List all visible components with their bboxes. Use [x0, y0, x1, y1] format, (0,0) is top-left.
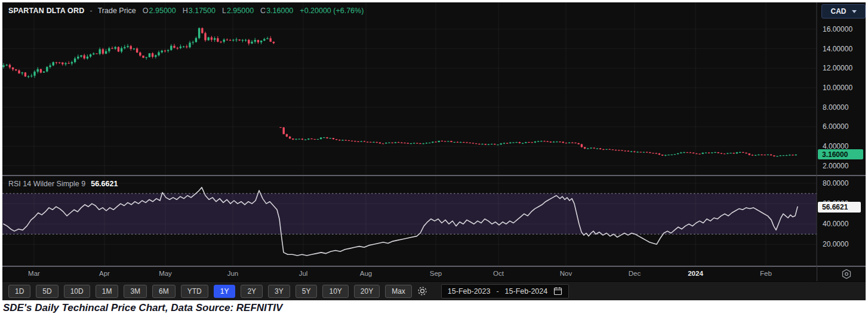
- chart-options-hex-icon[interactable]: [841, 268, 852, 282]
- price-tick-label: 6.00000: [823, 122, 848, 131]
- range-button-6m[interactable]: 6M: [152, 285, 176, 298]
- date-from: 15-Feb-2023: [448, 287, 491, 296]
- instrument-header: SPARTAN DLTA ORD - Trade Price O 2.95000…: [8, 7, 364, 15]
- range-button-1d[interactable]: 1D: [8, 285, 30, 298]
- range-button-1y[interactable]: 1Y: [214, 285, 236, 298]
- chart-settings-gear-icon[interactable]: [417, 285, 428, 297]
- date-range-separator: -: [496, 287, 498, 296]
- chart-panel: SPARTAN DLTA ORD - Trade Price O 2.95000…: [2, 2, 866, 300]
- axis-divider-line: [817, 267, 817, 281]
- ohlc-open: O 2.95000: [143, 7, 176, 15]
- currency-selector[interactable]: CAD: [821, 4, 866, 19]
- rsi-indicator-header: RSI 14 Wilder Simple 9 56.6621: [8, 180, 118, 188]
- date-to: 15-Feb-2024: [505, 287, 548, 296]
- price-tick-label: 16.00000: [823, 25, 852, 33]
- month-label-may: May: [159, 270, 172, 277]
- range-button-20y[interactable]: 20Y: [354, 285, 380, 298]
- price-tick-label: 2.00000: [823, 162, 848, 170]
- rsi-indicator-value: 56.6621: [91, 180, 118, 188]
- range-button-1m[interactable]: 1M: [96, 285, 119, 298]
- series-label: Trade Price: [98, 7, 136, 15]
- range-button-3y[interactable]: 3Y: [268, 285, 290, 298]
- range-button-ytd[interactable]: YTD: [181, 285, 208, 298]
- instrument-name: SPARTAN DLTA ORD: [8, 7, 85, 15]
- range-button-10y[interactable]: 10Y: [322, 285, 348, 298]
- rsi-tick-label: 20.0000: [823, 240, 848, 248]
- range-button-5d[interactable]: 5D: [36, 285, 58, 298]
- chart-caption: SDE's Daily Techincal Price Chart, Data …: [3, 302, 282, 314]
- calendar-icon: [553, 287, 562, 296]
- range-button-5y[interactable]: 5Y: [296, 285, 318, 298]
- price-change: +0.20000 (+6.76%): [300, 7, 364, 15]
- ohlc-close: C 3.16000: [260, 7, 293, 15]
- time-axis: MarAprMayJunJulAugSepOctNovDec2024Feb: [2, 267, 866, 281]
- price-tick-label: 10.00000: [823, 84, 852, 92]
- range-buttons: 1D5D10D1M3M6MYTD1Y2Y3Y5Y10Y20YMax: [8, 285, 412, 298]
- range-button-max[interactable]: Max: [385, 285, 412, 298]
- last-price-badge: 3.16000: [818, 149, 863, 159]
- price-tick-label: 12.00000: [823, 64, 852, 72]
- range-button-10d[interactable]: 10D: [64, 285, 90, 298]
- month-label-dec: Dec: [629, 270, 641, 277]
- month-label-jul: Jul: [299, 270, 308, 277]
- range-button-3m[interactable]: 3M: [124, 285, 147, 298]
- month-label-jun: Jun: [227, 270, 239, 277]
- month-label-apr: Apr: [99, 270, 110, 277]
- rsi-tick-label: 80.0000: [823, 179, 848, 187]
- currency-value: CAD: [831, 7, 847, 16]
- date-range-picker[interactable]: 15-Feb-2023 - 15-Feb-2024: [441, 284, 569, 298]
- rsi-indicator-label: RSI 14 Wilder Simple 9: [8, 180, 85, 188]
- ohlc-low: L 2.95000: [222, 7, 254, 15]
- range-toolbar: 1D5D10D1M3M6MYTD1Y2Y3Y5Y10Y20YMax 15-Feb…: [2, 281, 866, 300]
- rsi-tick-label: 40.0000: [823, 220, 848, 228]
- chevron-down-icon: [852, 10, 857, 13]
- month-label-aug: Aug: [360, 270, 372, 277]
- month-label-nov: Nov: [560, 270, 572, 277]
- price-tick-label: 14.00000: [823, 45, 852, 53]
- price-tick-label: 8.00000: [823, 103, 848, 112]
- month-label-feb: Feb: [760, 270, 772, 277]
- month-label-oct: Oct: [493, 270, 504, 277]
- ohlc-high: H 3.17500: [183, 7, 216, 15]
- month-label-sep: Sep: [430, 270, 442, 277]
- price-rsi-chart-canvas[interactable]: [2, 2, 866, 267]
- rsi-value-badge: 56.6621: [818, 202, 861, 213]
- range-button-2y[interactable]: 2Y: [241, 285, 263, 298]
- header-separator: -: [90, 7, 93, 15]
- month-label-2024: 2024: [688, 270, 703, 277]
- month-label-mar: Mar: [28, 270, 40, 277]
